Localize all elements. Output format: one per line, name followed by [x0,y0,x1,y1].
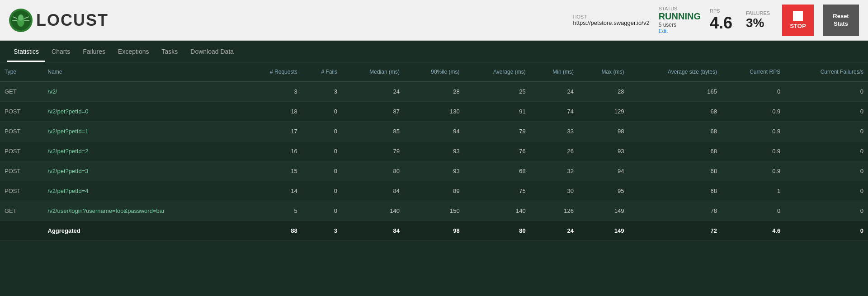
table-header: TypeName# Requests# FailsMedian (ms)90%i… [0,62,868,82]
svg-point-3 [18,14,24,21]
table-cell: 140 [464,201,530,221]
table-cell: POST [0,122,43,141]
table-cell: 95 [578,181,628,201]
table-cell: 0 [785,181,868,201]
table-cell: 3 [302,82,342,102]
col-header: Type [0,62,43,82]
table-cell: 84 [342,181,404,201]
table-cell: 0 [785,201,868,221]
table-cell: 149 [578,201,628,221]
table-cell: 78 [628,201,722,221]
table-row: GET/v2/33242825242816500 [0,82,868,102]
table-cell: 79 [342,141,404,161]
table-cell: 165 [628,82,722,102]
col-header: Name [43,62,244,82]
table-cell: 94 [578,161,628,181]
table-cell: POST [0,102,43,122]
table-row: POST/v2/pet?petId=11708594793398680.90 [0,122,868,141]
col-header: Min (ms) [530,62,578,82]
logo-area: LOCUST [9,9,108,32]
table-cell: 26 [530,141,578,161]
table-cell: 98 [578,122,628,141]
table-cell: 24 [342,82,404,102]
table-cell: 89 [404,181,464,201]
table-cell: GET [0,82,43,102]
table-cell: 0 [785,102,868,122]
status-value: RUNNING [659,11,701,22]
tab-exceptions[interactable]: Exceptions [112,41,155,62]
content: TypeName# Requests# FailsMedian (ms)90%i… [0,62,868,241]
table-cell: 15 [244,161,302,181]
table-cell: 0 [302,161,342,181]
table-row: POST/v2/pet?petId=414084897530956810 [0,181,868,201]
table-cell: 0 [722,82,785,102]
stop-button[interactable]: STOP [782,5,814,36]
table-cell: /v2/pet?petId=3 [43,161,244,181]
header-right: HOST https://petstore.swagger.io/v2 STAT… [573,5,859,36]
table-row: POST/v2/pet?petId=31508093683294680.90 [0,161,868,181]
col-header: # Fails [302,62,342,82]
table-cell: 0.9 [722,141,785,161]
table-cell: 0 [302,201,342,221]
table-row: GET/v2/user/login?username=foo&password=… [0,201,868,221]
tab-statistics[interactable]: Statistics [7,41,45,62]
aggregated-cell: 3 [302,221,342,241]
host-block: HOST https://petstore.swagger.io/v2 [573,14,650,26]
aggregated-cell: 80 [464,221,530,241]
table-cell: 0 [302,122,342,141]
col-header: # Requests [244,62,302,82]
reset-stats-button[interactable]: Reset Stats [823,5,859,36]
table-cell: /v2/pet?petId=4 [43,181,244,201]
aggregated-cell: 98 [404,221,464,241]
table-cell: /v2/ [43,82,244,102]
table-cell: 0 [785,161,868,181]
table-cell: 28 [404,82,464,102]
table-cell: 129 [578,102,628,122]
table-cell: 130 [404,102,464,122]
table-cell: 76 [464,141,530,161]
table-cell: 1 [722,181,785,201]
table-cell: 68 [628,181,722,201]
table-cell: 68 [628,141,722,161]
table-cell: 93 [578,141,628,161]
table-cell: /v2/user/login?username=foo&password=bar [43,201,244,221]
table-cell: /v2/pet?petId=2 [43,141,244,161]
rps-label: RPS [710,8,737,14]
table-cell: 87 [342,102,404,122]
table-cell: 150 [404,201,464,221]
table-row: POST/v2/pet?petId=0180871309174129680.90 [0,102,868,122]
aggregated-cell: 24 [530,221,578,241]
table-cell: 68 [628,122,722,141]
table-cell: 0.9 [722,102,785,122]
aggregated-cell: 84 [342,221,404,241]
tab-download-data[interactable]: Download Data [184,41,240,62]
table-cell: POST [0,161,43,181]
edit-link[interactable]: Edit [659,28,668,34]
table-cell: 5 [244,201,302,221]
stop-label: STOP [790,23,806,29]
table-cell: POST [0,181,43,201]
aggregated-cell: 149 [578,221,628,241]
col-header: Current Failures/s [785,62,868,82]
aggregated-cell: 0 [785,221,868,241]
tab-failures[interactable]: Failures [76,41,112,62]
table-cell: 93 [404,141,464,161]
aggregated-cell: 72 [628,221,722,241]
table-cell: 17 [244,122,302,141]
table-cell: 3 [244,82,302,102]
table-cell: 68 [464,161,530,181]
table-cell: 0 [302,102,342,122]
aggregated-row: Aggregated88384988024149724.60 [0,221,868,241]
host-label: HOST [573,14,650,19]
table-cell: 75 [464,181,530,201]
aggregated-cell [0,221,43,241]
table-cell: 14 [244,181,302,201]
table-cell: 32 [530,161,578,181]
table-cell: /v2/pet?petId=1 [43,122,244,141]
statistics-table: TypeName# Requests# FailsMedian (ms)90%i… [0,62,868,241]
table-cell: 0 [722,201,785,221]
table-body: GET/v2/33242825242816500POST/v2/pet?petI… [0,82,868,241]
col-header: Average size (bytes) [628,62,722,82]
tab-charts[interactable]: Charts [45,41,76,62]
tab-tasks[interactable]: Tasks [156,41,184,62]
